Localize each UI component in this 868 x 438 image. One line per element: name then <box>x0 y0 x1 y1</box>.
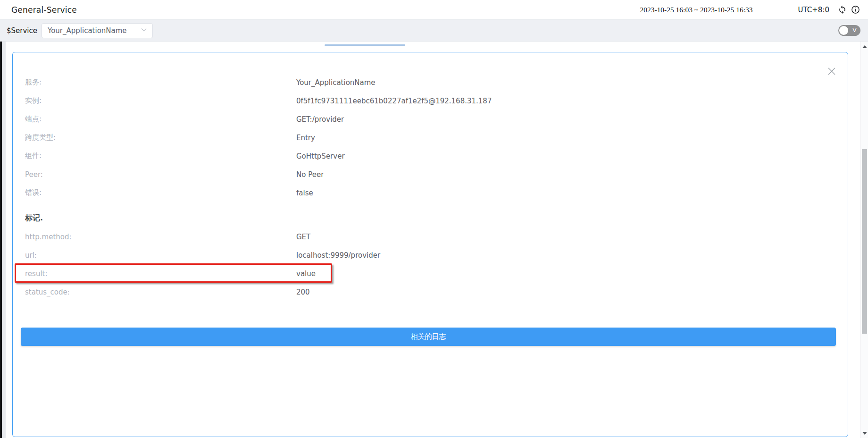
tag-label: http.method: <box>25 233 296 241</box>
tag-value: value <box>296 270 316 278</box>
toggle-knob <box>839 26 848 35</box>
service-label: $Service <box>7 26 37 35</box>
field-row: 错误: false <box>13 184 848 202</box>
tag-row: url: localhost:9999/provider <box>13 246 848 264</box>
info-icon[interactable] <box>850 5 860 15</box>
tag-row: result: value <box>13 264 848 283</box>
field-label: Peer: <box>25 170 296 179</box>
field-label: 端点: <box>25 115 296 124</box>
field-value: No Peer <box>296 170 324 179</box>
background-element-fragment <box>325 44 405 46</box>
field-value: 0f5f1fc9731111eebc61b0227af1e2f5@192.168… <box>296 97 492 105</box>
field-label: 错误: <box>25 188 296 197</box>
field-row: 跨度类型: Entry <box>13 128 848 147</box>
field-value: Entry <box>296 134 315 142</box>
service-select[interactable]: Your_ApplicationName <box>42 23 153 38</box>
left-gray-strip <box>2 42 6 438</box>
tag-fields: http.method: GET url: localhost:9999/pro… <box>13 227 848 301</box>
span-fields: 服务: Your_ApplicationName 实例: 0f5f1fc9731… <box>13 73 848 346</box>
field-row: 组件: GoHttpServer <box>13 147 848 165</box>
tag-label: url: <box>25 251 296 260</box>
basic-fields: 服务: Your_ApplicationName 实例: 0f5f1fc9731… <box>13 73 848 202</box>
field-value: GET:/provider <box>296 115 344 124</box>
field-value: Your_ApplicationName <box>296 78 376 87</box>
field-value: false <box>296 189 313 197</box>
tag-value: GET <box>296 233 310 241</box>
vertical-scrollbar[interactable] <box>860 42 868 438</box>
scroll-up-arrow[interactable] <box>860 42 868 51</box>
chevron-down-icon <box>140 26 148 35</box>
field-label: 实例: <box>25 96 296 105</box>
section-gap <box>13 202 848 209</box>
span-detail-modal: 服务: Your_ApplicationName 实例: 0f5f1fc9731… <box>12 52 848 437</box>
filter-bar: $Service Your_ApplicationName V <box>0 20 868 42</box>
related-logs-button[interactable]: 相关的日志 <box>21 328 836 346</box>
tag-row: status_code: 200 <box>13 283 848 301</box>
tag-value: 200 <box>296 288 310 296</box>
service-select-value: Your_ApplicationName <box>48 26 140 35</box>
header-right-group: 2023-10-25 16:03 ~ 2023-10-25 16:33 UTC+… <box>640 5 860 15</box>
field-label: 组件: <box>25 152 296 160</box>
timezone-label[interactable]: UTC+8:0 <box>798 6 829 14</box>
field-row: 实例: 0f5f1fc9731111eebc61b0227af1e2f5@192… <box>13 92 848 110</box>
field-label: 跨度类型: <box>25 133 296 142</box>
tag-value: localhost:9999/provider <box>296 251 380 260</box>
page-title: General-Service <box>11 5 77 15</box>
scroll-down-arrow[interactable] <box>860 429 868 437</box>
version-toggle[interactable]: V <box>838 25 860 36</box>
tag-label: result: <box>25 270 296 278</box>
tag-label: status_code: <box>25 288 296 296</box>
tags-section-header: 标记. <box>13 209 848 227</box>
tag-row: http.method: GET <box>13 227 848 246</box>
time-range[interactable]: 2023-10-25 16:03 ~ 2023-10-25 16:33 <box>640 6 752 14</box>
field-row: Peer: No Peer <box>13 165 848 184</box>
refresh-icon[interactable] <box>837 5 847 15</box>
field-row: 服务: Your_ApplicationName <box>13 73 848 92</box>
field-label: 服务: <box>25 78 296 87</box>
field-value: GoHttpServer <box>296 152 345 160</box>
toggle-label: V <box>852 26 857 34</box>
field-row: 端点: GET:/provider <box>13 110 848 128</box>
scrollbar-thumb[interactable] <box>862 149 867 334</box>
top-header: General-Service 2023-10-25 16:03 ~ 2023-… <box>0 0 868 20</box>
